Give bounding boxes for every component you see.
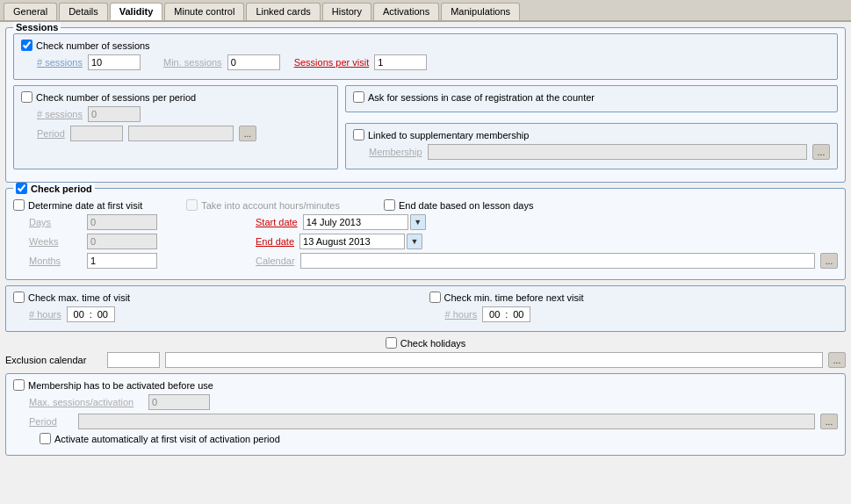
- max-time-minutes[interactable]: [93, 307, 112, 321]
- min-time-minutes[interactable]: [508, 307, 528, 321]
- start-date-input[interactable]: [303, 214, 408, 230]
- check-per-period-label: Check number of sessions per period: [36, 92, 196, 103]
- calendar-label: Calendar: [256, 256, 295, 266]
- per-period-sessions-label: # sessions: [37, 109, 83, 119]
- tab-linked-cards[interactable]: Linked cards: [246, 3, 320, 20]
- period-browse-button[interactable]: ...: [239, 126, 256, 141]
- membership-activate-label: Membership has to be activated before us…: [28, 380, 213, 391]
- check-period-checkbox[interactable]: [16, 183, 27, 194]
- per-period-sessions-input[interactable]: [88, 106, 141, 122]
- end-date-label[interactable]: End date: [256, 236, 294, 247]
- months-input[interactable]: [87, 253, 157, 269]
- sessions-per-visit-label[interactable]: Sessions per visit: [294, 57, 370, 68]
- check-sessions-section: Check number of sessions # sessions 10 M…: [13, 33, 838, 80]
- max-sessions-activation-input[interactable]: [148, 394, 210, 410]
- period-input1[interactable]: [70, 126, 123, 141]
- months-label: Months: [29, 256, 82, 266]
- ask-sessions-checkbox-label[interactable]: Ask for sessions in case of registration…: [353, 91, 595, 103]
- start-date-field: ▼: [303, 214, 426, 230]
- check-min-checkbox[interactable]: [429, 292, 441, 303]
- ask-sessions-label: Ask for sessions in case of registration…: [368, 92, 595, 103]
- tab-activations[interactable]: Activations: [373, 3, 439, 20]
- days-label: Days: [29, 217, 82, 227]
- min-time-hours[interactable]: [485, 307, 504, 321]
- exclusion-calendar-row: Exclusion calendar ...: [5, 352, 846, 368]
- visit-time-cols: Check max. time of visit # hours :: [13, 292, 838, 326]
- linked-membership-checkbox[interactable]: [353, 129, 364, 140]
- membership-activate-checkbox[interactable]: [13, 379, 25, 391]
- min-hours-label: # hours: [445, 309, 478, 320]
- max-time-hours[interactable]: [69, 307, 89, 321]
- linked-membership-checkbox-label[interactable]: Linked to supplementary membership: [353, 129, 529, 140]
- end-date-lesson-text: End date based on lesson days: [399, 200, 534, 211]
- activation-period-browse-button[interactable]: ...: [820, 414, 838, 429]
- check-per-period-checkbox-label[interactable]: Check number of sessions per period: [21, 91, 196, 103]
- membership-browse-button[interactable]: ...: [812, 144, 830, 160]
- end-date-lesson-label[interactable]: End date based on lesson days: [384, 199, 534, 211]
- exclusion-calendar-input2[interactable]: [165, 352, 823, 368]
- tab-manipulations[interactable]: Manipulations: [441, 3, 520, 20]
- max-time-field: :: [67, 306, 115, 322]
- min-time-col: Check min. time before next visit # hour…: [429, 292, 839, 326]
- activation-period-input[interactable]: [78, 414, 815, 429]
- min-sessions-input[interactable]: 0: [227, 54, 280, 70]
- check-per-period-checkbox[interactable]: [21, 91, 32, 103]
- membership-activate-checkbox-label[interactable]: Membership has to be activated before us…: [13, 379, 213, 391]
- main-content: Sessions Check number of sessions # sess…: [0, 22, 851, 461]
- tab-details[interactable]: Details: [59, 3, 108, 20]
- linked-membership-section: Linked to supplementary membership Membe…: [345, 123, 838, 169]
- period-group-title: Check period: [31, 184, 92, 194]
- end-date-input[interactable]: [299, 234, 405, 249]
- calendar-input[interactable]: [300, 253, 815, 269]
- check-sessions-checkbox-label[interactable]: Check number of sessions: [21, 40, 150, 51]
- check-holidays-checkbox-label[interactable]: Check holidays: [386, 337, 466, 349]
- membership-input[interactable]: [428, 144, 807, 160]
- check-per-period-row: Check number of sessions per period: [21, 91, 330, 103]
- check-min-checkbox-label[interactable]: Check min. time before next visit: [429, 292, 584, 303]
- take-hours-checkbox[interactable]: [186, 199, 198, 211]
- ask-sessions-checkbox[interactable]: [353, 91, 364, 103]
- start-date-label[interactable]: Start date: [256, 217, 298, 227]
- check-max-checkbox[interactable]: [13, 292, 25, 303]
- calendar-browse-button[interactable]: ...: [820, 253, 838, 269]
- tab-validity[interactable]: Validity: [110, 3, 163, 20]
- exclusion-calendar-input1[interactable]: [107, 352, 160, 368]
- max-hours-row: # hours :: [13, 306, 422, 322]
- weeks-label: Weeks: [29, 236, 82, 247]
- membership-label: Membership: [369, 147, 422, 157]
- days-input[interactable]: [87, 214, 157, 230]
- check-max-checkbox-label[interactable]: Check max. time of visit: [13, 292, 130, 303]
- determine-date-label[interactable]: Determine date at first visit: [13, 199, 142, 211]
- period-left: Days Weeks Months: [13, 214, 242, 272]
- tab-minute-control[interactable]: Minute control: [164, 3, 244, 20]
- auto-activate-checkbox-label[interactable]: Activate automatically at first visit of…: [40, 433, 280, 444]
- check-sessions-checkbox[interactable]: [21, 40, 32, 51]
- sessions-group: Sessions Check number of sessions # sess…: [5, 27, 846, 183]
- check-holidays-checkbox[interactable]: [386, 337, 397, 349]
- period-fields: Days Weeks Months Start date: [13, 214, 838, 272]
- start-date-calendar-button[interactable]: ▼: [410, 214, 426, 230]
- check-sessions-label: Check number of sessions: [36, 40, 150, 51]
- end-date-row: End date ▼: [256, 234, 838, 249]
- period-input2[interactable]: [128, 126, 234, 141]
- weeks-input[interactable]: [87, 234, 157, 249]
- tab-history[interactable]: History: [322, 3, 371, 20]
- end-date-calendar-button[interactable]: ▼: [407, 234, 422, 249]
- weeks-row: Weeks: [13, 234, 242, 249]
- sessions-per-visit-input[interactable]: 1: [374, 54, 427, 70]
- determine-date-checkbox[interactable]: [13, 199, 25, 211]
- num-sessions-input[interactable]: 10: [88, 54, 141, 70]
- months-row: Months: [13, 253, 242, 269]
- check-per-period-section: Check number of sessions per period # se…: [13, 85, 338, 169]
- exclusion-calendar-browse-button[interactable]: ...: [828, 352, 846, 368]
- visit-time-section: Check max. time of visit # hours :: [5, 285, 846, 332]
- auto-activate-checkbox[interactable]: [40, 433, 51, 444]
- ask-sessions-row: Ask for sessions in case of registration…: [353, 91, 830, 103]
- end-date-lesson-checkbox[interactable]: [384, 199, 395, 211]
- tab-general[interactable]: General: [4, 3, 57, 20]
- take-hours-label[interactable]: Take into account hours/minutes: [186, 199, 340, 211]
- min-sessions-label: Min. sessions: [163, 57, 222, 68]
- check-sessions-row: Check number of sessions: [21, 40, 830, 51]
- determine-date-text: Determine date at first visit: [28, 200, 142, 211]
- auto-activate-label: Activate automatically at first visit of…: [54, 434, 280, 444]
